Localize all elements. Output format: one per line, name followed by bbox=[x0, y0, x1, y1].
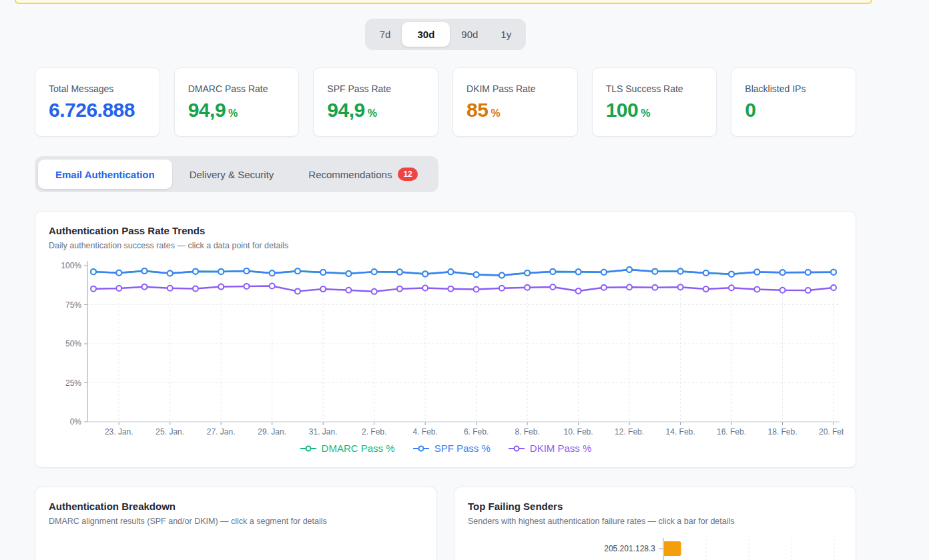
main-tabs: Email Authentication Delivery & Security… bbox=[35, 156, 438, 192]
stat-card-tls-success-rate: TLS Success Rate 100% bbox=[592, 67, 717, 137]
series-dkim-pass- bbox=[91, 284, 836, 294]
stat-unit: % bbox=[491, 107, 500, 119]
svg-text:25. Jan.: 25. Jan. bbox=[156, 427, 184, 437]
svg-text:75%: 75% bbox=[65, 300, 81, 310]
svg-text:10. Feb.: 10. Feb. bbox=[564, 427, 593, 437]
time-range-30d[interactable]: 30d bbox=[402, 22, 450, 47]
tab-label: Email Authentication bbox=[55, 169, 155, 180]
legend-label: DMARC Pass % bbox=[322, 443, 395, 454]
failing-senders-bar-chart[interactable]: 205.201.128.3 bbox=[468, 537, 842, 560]
stat-label: Blacklisted IPs bbox=[745, 83, 842, 94]
svg-text:18. Feb.: 18. Feb. bbox=[768, 427, 798, 437]
stat-value: 85% bbox=[467, 100, 564, 120]
series-spf-pass- bbox=[91, 267, 836, 278]
auth-breakdown-panel: Authentication Breakdown DMARC alignment… bbox=[35, 487, 437, 560]
stat-card-dkim-pass-rate: DKIM Pass Rate 85% bbox=[452, 67, 578, 137]
line-marker-icon bbox=[412, 445, 430, 453]
svg-text:20. Feb.: 20. Feb. bbox=[819, 427, 844, 437]
tab-email-authentication[interactable]: Email Authentication bbox=[38, 160, 172, 189]
svg-text:23. Jan.: 23. Jan. bbox=[105, 427, 133, 437]
svg-text:0%: 0% bbox=[70, 417, 82, 427]
stat-unit: % bbox=[641, 107, 650, 119]
svg-text:16. Feb.: 16. Feb. bbox=[717, 427, 746, 437]
stat-value: 0 bbox=[745, 100, 842, 120]
trend-panel: Authentication Pass Rate Trends Daily au… bbox=[35, 211, 856, 468]
stats-row: Total Messages 6.726.888 DMARC Pass Rate… bbox=[35, 67, 856, 137]
alert-banner-bottom-edge bbox=[15, 0, 872, 4]
stat-card-spf-pass-rate: SPF Pass Rate 94,9% bbox=[313, 67, 438, 137]
tab-label: Delivery & Security bbox=[190, 169, 274, 180]
tab-label: Recommendations bbox=[308, 169, 392, 180]
stat-label: DKIM Pass Rate bbox=[467, 83, 564, 94]
tab-delivery-security[interactable]: Delivery & Security bbox=[172, 160, 292, 189]
svg-text:12. Feb.: 12. Feb. bbox=[615, 427, 644, 437]
breakdown-panel-title: Authentication Breakdown bbox=[49, 501, 423, 512]
legend-label: DKIM Pass % bbox=[530, 443, 592, 454]
bar-axes: 205.201.128.3 bbox=[604, 538, 663, 560]
time-range-1y[interactable]: 1y bbox=[489, 22, 523, 47]
stat-value: 94,9% bbox=[327, 100, 424, 120]
stat-label: TLS Success Rate bbox=[606, 83, 703, 94]
auth-pass-rate-trend-chart[interactable]: 0%25%50%75%100%23. Jan.25. Jan.27. Jan.2… bbox=[49, 258, 844, 437]
stat-label: SPF Pass Rate bbox=[327, 83, 424, 94]
legend-label: SPF Pass % bbox=[434, 443, 491, 454]
svg-text:50%: 50% bbox=[65, 339, 81, 348]
svg-text:25%: 25% bbox=[65, 378, 81, 388]
line-marker-icon bbox=[508, 445, 525, 453]
legend-item-dkim[interactable]: DKIM Pass % bbox=[508, 443, 592, 454]
stat-value: 94,9% bbox=[188, 100, 286, 120]
svg-text:8. Feb.: 8. Feb. bbox=[515, 427, 539, 437]
svg-text:27. Jan.: 27. Jan. bbox=[207, 427, 236, 437]
time-range-selector: 7d 30d 90d 1y bbox=[365, 19, 526, 50]
svg-text:2. Feb.: 2. Feb. bbox=[362, 427, 386, 437]
chart-legend: DMARC Pass % SPF Pass % DKIM Pass % bbox=[49, 443, 842, 454]
time-range-row: 7d 30d 90d 1y bbox=[35, 19, 856, 50]
legend-item-spf[interactable]: SPF Pass % bbox=[412, 443, 491, 454]
stat-unit: % bbox=[368, 107, 377, 119]
stat-card-total-messages: Total Messages 6.726.888 bbox=[35, 67, 160, 137]
time-range-7d[interactable]: 7d bbox=[368, 22, 402, 47]
line-marker-icon bbox=[300, 445, 317, 453]
top-failing-senders-panel: Top Failing Senders Senders with highest… bbox=[454, 487, 856, 560]
breakdown-panel-subtitle: DMARC alignment results (SPF and/or DKIM… bbox=[49, 517, 423, 526]
svg-text:31. Jan.: 31. Jan. bbox=[309, 427, 338, 437]
failing-sender-bar bbox=[664, 541, 681, 556]
trend-panel-title: Authentication Pass Rate Trends bbox=[49, 225, 842, 236]
stat-value: 100% bbox=[606, 100, 703, 120]
stat-label: DMARC Pass Rate bbox=[188, 83, 286, 94]
time-range-90d[interactable]: 90d bbox=[450, 22, 489, 47]
bar-gridlines bbox=[706, 539, 834, 560]
dashboard-content: 7d 30d 90d 1y Total Messages 6.726.888 D… bbox=[35, 19, 856, 560]
failing-panel-title: Top Failing Senders bbox=[468, 501, 842, 512]
legend-item-dmarc[interactable]: DMARC Pass % bbox=[300, 443, 395, 454]
svg-text:100%: 100% bbox=[61, 261, 81, 270]
svg-text:6. Feb.: 6. Feb. bbox=[464, 427, 489, 437]
recommendations-count-badge: 12 bbox=[398, 168, 417, 181]
failing-panel-subtitle: Senders with highest authentication fail… bbox=[468, 517, 842, 526]
bottom-panels-row: Authentication Breakdown DMARC alignment… bbox=[35, 487, 856, 560]
svg-text:14. Feb.: 14. Feb. bbox=[666, 427, 695, 437]
svg-text:205.201.128.3: 205.201.128.3 bbox=[604, 544, 655, 553]
stat-card-dmarc-pass-rate: DMARC Pass Rate 94,9% bbox=[174, 67, 300, 137]
stat-label: Total Messages bbox=[49, 83, 146, 94]
tab-recommendations[interactable]: Recommendations 12 bbox=[291, 160, 434, 189]
svg-text:4. Feb.: 4. Feb. bbox=[412, 427, 437, 437]
trend-panel-subtitle: Daily authentication success rates — cli… bbox=[49, 241, 842, 250]
stat-unit: % bbox=[228, 107, 238, 119]
stat-value: 6.726.888 bbox=[49, 100, 146, 120]
stat-card-blacklisted-ips: Blacklisted IPs 0 bbox=[731, 67, 856, 137]
svg-text:29. Jan.: 29. Jan. bbox=[258, 427, 286, 437]
